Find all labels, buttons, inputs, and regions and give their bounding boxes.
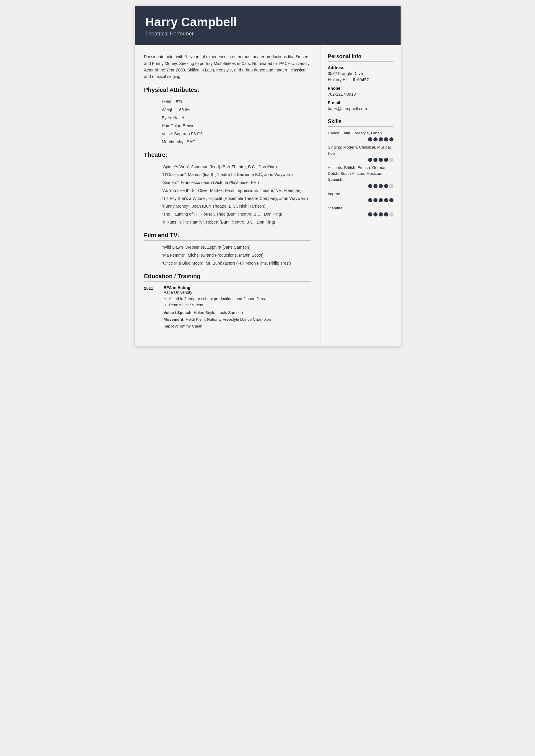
- theatre-list: “Spider’s Web”, Jonathan (lead) (Burr Th…: [144, 164, 311, 226]
- dot-filled: [368, 212, 372, 216]
- dot-filled: [384, 184, 388, 188]
- sidebar: Personal Info Address 3532 Fraggle Drive…: [321, 45, 401, 232]
- dot-filled: [368, 158, 372, 162]
- dot-filled: [368, 137, 372, 142]
- dot-filled: [379, 212, 383, 216]
- skill-dots: [328, 184, 393, 188]
- dot-filled: [379, 158, 383, 162]
- skill-name: Singing: Modern, Classical, Musical, Pop: [328, 145, 393, 156]
- theatre-item: “Funny Money”, Jean (Burr Theatre, B.C.,…: [162, 203, 311, 210]
- dot-filled: [373, 184, 378, 188]
- film-section: Film and TV: “Wild Dawn” Webseries, Zeph…: [144, 232, 311, 266]
- skill-name: Accents: British, French, German, Dutch,…: [328, 165, 393, 183]
- skills-list: Dance: Latin, Freestyle, UrbanSinging: M…: [328, 130, 393, 216]
- skill-item: Dance: Latin, Freestyle, Urban: [328, 130, 393, 142]
- edu-instructor: Improv: Jimmy Carlin: [164, 323, 271, 329]
- theatre-title: Theatre:: [144, 151, 311, 158]
- phone-value: 702-1217-0918: [328, 91, 393, 97]
- attributes-list: Height: 5"9Weight: 165 lbsEyes: HazelHai…: [144, 99, 311, 145]
- film-item: “Once In a Blue Moon”, Mr. Bunk (actor) …: [162, 260, 311, 267]
- dot-empty: [389, 158, 393, 162]
- skills-divider: [328, 126, 393, 127]
- email-label: E-mail: [328, 100, 393, 105]
- skill-dots: [328, 212, 393, 216]
- skill-dots: [328, 198, 393, 202]
- attr-item: Voice: Soprano F3-G6: [162, 131, 311, 137]
- skill-name: Dance: Latin, Freestyle, Urban: [328, 130, 393, 136]
- dot-filled: [384, 198, 388, 202]
- resume-body: Passionate actor with 5+ years of experi…: [135, 45, 401, 346]
- edu-school: Pace University: [164, 290, 271, 295]
- attr-item: Weight: 165 lbs: [162, 107, 311, 113]
- theatre-item: “D’Occasion”, Marcus (lead) (Theatre La …: [162, 172, 311, 178]
- theatre-section: Theatre: “Spider’s Web”, Jonathan (lead)…: [144, 151, 311, 226]
- attr-item: Height: 5"9: [162, 99, 311, 105]
- dot-empty: [389, 184, 393, 188]
- education-section: Education / Training 2011BFA in ActingPa…: [144, 273, 311, 330]
- dot-filled: [368, 198, 372, 202]
- education-entry: 2011BFA in ActingPace UniversityActed in…: [144, 285, 311, 330]
- skill-item: Accents: British, French, German, Dutch,…: [328, 165, 393, 188]
- personal-info-title: Personal Info: [328, 53, 393, 60]
- skill-dots: [328, 158, 393, 162]
- skill-dots: [328, 137, 393, 142]
- education-list: 2011BFA in ActingPace UniversityActed in…: [144, 285, 311, 330]
- edu-bullet: Dean’s List Student: [169, 302, 271, 308]
- theatre-item: “As You Like It”, Sir Oliver Martext (Fi…: [162, 188, 311, 194]
- resume-container: Harry Campbell Theatrical Performer Pass…: [135, 6, 401, 346]
- phone-label: Phone: [328, 86, 393, 91]
- dot-filled: [373, 212, 378, 216]
- edu-degree: BFA in Acting: [164, 285, 271, 290]
- skill-name: Improv: [328, 191, 393, 197]
- attr-item: Membership: SAG: [162, 139, 311, 145]
- dot-filled: [373, 198, 378, 202]
- edu-detail: BFA in ActingPace UniversityActed in 3 t…: [164, 285, 271, 330]
- main-column: Passionate actor with 5+ years of experi…: [135, 45, 321, 346]
- resume-header: Harry Campbell Theatrical Performer: [135, 6, 401, 45]
- edu-bullet: Acted in 3 theatre school productions an…: [169, 296, 271, 302]
- physical-divider: [144, 95, 311, 95]
- dot-filled: [379, 184, 383, 188]
- candidate-name: Harry Campbell: [145, 15, 390, 29]
- email-value: harry@campbell.com: [328, 106, 393, 112]
- dot-filled: [384, 212, 388, 216]
- edu-bullets: Acted in 3 theatre school productions an…: [164, 296, 271, 308]
- theatre-item: “It Runs In The Family”, Robert (Burr Th…: [162, 219, 311, 226]
- address-value: 3532 Fraggle Drive Hickory Hills, IL 604…: [328, 70, 393, 83]
- dot-filled: [368, 184, 372, 188]
- theatre-item: “Spider’s Web”, Jonathan (lead) (Burr Th…: [162, 164, 311, 170]
- film-title: Film and TV:: [144, 232, 311, 239]
- theatre-item: “Tis Pity She’s a Whore”, Hippolit (Ense…: [162, 196, 311, 202]
- edu-instructor: Movement: Heidi Klein, National Freestyl…: [164, 316, 271, 322]
- education-title: Education / Training: [144, 273, 311, 280]
- address-label: Address: [328, 65, 393, 70]
- dot-filled: [379, 198, 383, 202]
- theatre-divider: [144, 160, 311, 160]
- film-item: “Wild Dawn” Webseries, Zephira (Jane Sam…: [162, 244, 311, 251]
- skill-item: Improv: [328, 191, 393, 202]
- dot-filled: [384, 137, 388, 142]
- dot-filled: [373, 137, 378, 142]
- film-list: “Wild Dawn” Webseries, Zephira (Jane Sam…: [144, 244, 311, 266]
- dot-filled: [379, 137, 383, 142]
- dot-filled: [389, 198, 393, 202]
- skills-section: Skills Dance: Latin, Freestyle, UrbanSin…: [328, 119, 393, 216]
- skill-item: Stamina: [328, 205, 393, 216]
- dot-filled: [389, 137, 393, 142]
- film-divider: [144, 240, 311, 241]
- physical-title: Physical Attributes:: [144, 87, 311, 93]
- summary-text: Passionate actor with 5+ years of experi…: [144, 53, 311, 80]
- theatre-item: “Sinners”, Francesco (lead) (Victoria Pl…: [162, 179, 311, 186]
- edu-year: 2011: [144, 285, 156, 330]
- dot-empty: [389, 212, 393, 216]
- skills-title: Skills: [328, 119, 393, 124]
- personal-info-section: Personal Info Address 3532 Fraggle Drive…: [328, 53, 393, 112]
- dot-filled: [384, 158, 388, 162]
- education-divider: [144, 282, 311, 282]
- attr-item: Hair Color: Brown: [162, 123, 311, 129]
- skill-item: Singing: Modern, Classical, Musical, Pop: [328, 145, 393, 162]
- skill-name: Stamina: [328, 205, 393, 211]
- physical-section: Physical Attributes: Height: 5"9Weight: …: [144, 87, 311, 145]
- dot-filled: [373, 158, 378, 162]
- edu-instructor: Voice / Speech: Helen Boyle, Louis Samso…: [164, 310, 271, 316]
